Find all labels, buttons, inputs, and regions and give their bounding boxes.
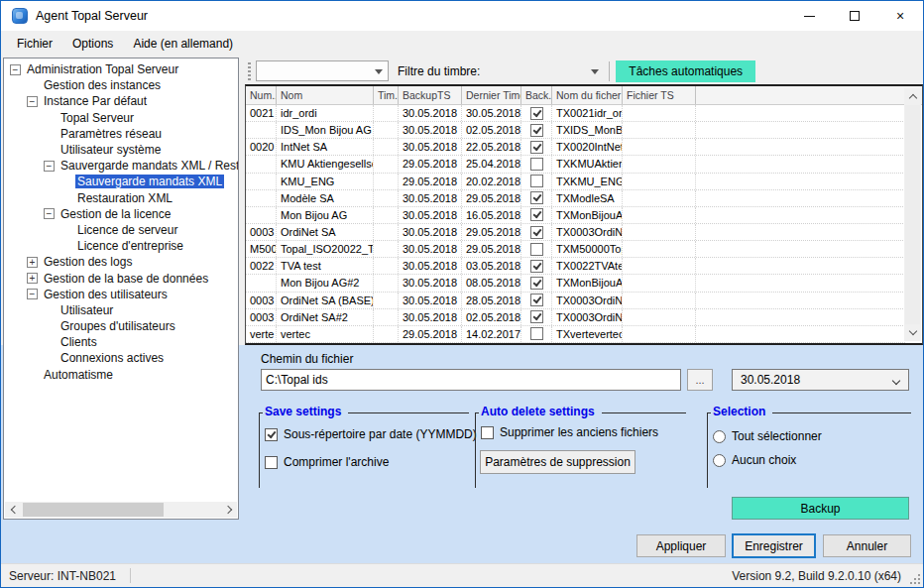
tree-item-licence-d-entreprise[interactable]: Licence d'entreprise [4,238,238,254]
table-row[interactable]: Modèle SA30.05.201829.05.2018TXModleSA [246,190,905,207]
tree-item-connexions-actives[interactable]: Connexions actives [4,350,238,366]
maximize-button[interactable] [832,1,877,31]
tree-item-param-tres-r-seau[interactable]: Paramètres réseau [4,126,238,142]
backup-checkbox[interactable] [530,208,543,221]
table-row[interactable]: 0020IntNet SA30.05.201822.05.2018TX0020I… [246,139,905,156]
table-vscrollbar[interactable] [904,88,921,341]
header-cell-nom_fichier[interactable]: Nom du ficher [552,86,623,104]
tree-item-gestion-des-utilisateurs[interactable]: −Gestion des utilisateurs [4,287,238,302]
menu-item-options[interactable]: Options [62,33,123,55]
tree-item-gestion-de-la-licence[interactable]: −Gestion de la licence [4,206,238,222]
table-row[interactable]: KMU_ENG29.05.201820.02.2018TXKMU_ENG [246,174,905,190]
tree-item-automatisme[interactable]: Automatisme [4,367,238,383]
tree-item-clients[interactable]: Clients [4,334,238,350]
tree-item-groupes-d-utilisateurs[interactable]: Groupes d'utilisateurs [4,318,238,334]
menu-item-aide-en-allemand[interactable]: Aide (en allemand) [123,33,243,55]
tree-item-utilisateur[interactable]: Utilisateur [4,302,238,318]
table-row[interactable]: 0021idr_ordi30.05.201830.05.2018TX0021id… [246,105,905,122]
tree-item-gestion-des-logs[interactable]: +Gestion des logs [4,254,238,270]
filter-combo[interactable] [484,60,605,81]
expand-icon[interactable]: + [27,257,38,268]
suppression-settings-button[interactable]: Paramètres de suppression [480,450,635,474]
header-cell-fichier_ts[interactable]: Fichier TS [623,86,696,104]
header-cell-num[interactable]: Num... [246,86,277,104]
table-row[interactable]: vertevertec29.05.201814.02.2017TXverteve… [246,326,905,343]
menu-item-fichier[interactable]: Fichier [7,33,62,55]
checkbox-sous-r-pertoire-par-date-yymmdd[interactable]: Sous-répertoire par date (YYMMDD) [265,427,477,441]
backup-checkbox[interactable] [530,191,543,204]
tree-item-gestion-des-instances[interactable]: Gestion des instances [4,77,238,93]
collapse-icon[interactable]: − [10,64,21,75]
backup-checkbox[interactable] [530,107,543,120]
backup-checkbox[interactable] [530,158,543,171]
backup-checkbox[interactable] [530,310,543,323]
table-row[interactable]: Mon Bijou AG#230.05.201808.05.2018TXMonB… [246,275,905,292]
table-row[interactable]: 0003OrdiNet SA#230.05.201802.05.2018TX00… [246,309,905,326]
table-row[interactable]: M500...Topal_ISO20022_T30.05.201829.05.2… [246,241,905,258]
backup-checkbox[interactable] [530,243,543,256]
scroll-left-button[interactable] [5,502,21,518]
resize-grip-icon[interactable] [910,574,920,584]
toolbar-combo[interactable] [256,60,389,81]
tree-item-licence-de-serveur[interactable]: Licence de serveur [4,222,238,238]
checkbox-icon[interactable] [265,428,278,441]
tree-item-administration-topal-serveur[interactable]: −Administration Topal Serveur [4,61,238,77]
table-row[interactable]: 0022TVA test30.05.201803.05.2018TX0022TV… [246,258,905,275]
backup-checkbox[interactable] [530,141,543,154]
enregistrer-button[interactable]: Enregistrer [732,533,816,558]
appliquer-button[interactable]: Appliquer [636,534,726,557]
tree-item-utilisateur-syst-me[interactable]: Utilisateur système [4,142,238,158]
backup-checkbox[interactable] [530,327,543,340]
scroll-thumb[interactable] [23,503,164,517]
toolbar-grip[interactable] [248,62,251,80]
scroll-thumb[interactable] [905,105,920,324]
path-input[interactable] [261,369,681,391]
table-row[interactable]: IDS_Mon Bijou AG30.05.201802.05.2018TXID… [246,122,905,139]
tree-item-instance-par-d-faut[interactable]: −Instance Par défaut [4,93,238,109]
date-select[interactable]: 30.05.2018 [732,369,909,391]
collapse-icon[interactable]: − [44,208,55,219]
scroll-right-button[interactable] [221,502,237,518]
scroll-down-button[interactable] [904,324,921,341]
browse-button[interactable]: ... [687,369,713,391]
backup-button[interactable]: Backup [732,497,909,520]
tree-item-gestion-de-la-base-de-donn-es[interactable]: +Gestion de la base de données [4,270,238,286]
radio-icon[interactable] [713,430,726,443]
backup-checkbox[interactable] [530,294,543,306]
table-row[interactable]: 0003OrdiNet SA30.05.201829.05.2018TX0003… [246,224,905,241]
checkbox-icon[interactable] [265,456,278,469]
checkbox-icon[interactable] [481,426,494,439]
tree-item-sauvergarde-mandats-xml-restau[interactable]: −Sauvergarde mandats XML / Restau [4,158,238,174]
header-cell-nom[interactable]: Nom [277,86,374,104]
backup-checkbox[interactable] [530,124,543,137]
tree-item-restauration-xml[interactable]: Restauration XML [4,190,238,206]
minimize-button[interactable] [786,1,832,31]
annuler-button[interactable]: Annuler [823,534,911,557]
tree-item-topal-serveur[interactable]: Topal Serveur [4,110,238,126]
backup-checkbox[interactable] [530,226,543,239]
close-button[interactable]: × [877,1,923,31]
backup-checkbox[interactable] [530,260,543,273]
collapse-icon[interactable]: − [44,161,55,172]
header-cell-backup_chk[interactable]: Back... [521,86,552,104]
header-cell-timbre[interactable]: Tim... [374,86,399,104]
table-row[interactable]: KMU Aktiengesellschaft29.05.201825.04.20… [246,156,905,173]
collapse-icon[interactable]: − [27,289,38,299]
radio-tout-s-lectionner[interactable]: Tout sélectionner [713,429,822,443]
tasks-auto-button[interactable]: Tâches automatiques [616,60,755,82]
collapse-icon[interactable]: − [27,96,38,107]
radio-aucun-choix[interactable]: Aucun choix [713,453,796,467]
table-row[interactable]: 0003OrdiNet SA (BASE)30.05.201828.05.201… [246,293,905,309]
header-cell-backup_ts[interactable]: BackupTS [399,86,462,104]
header-cell-dernier_time[interactable]: Dernier Time... [462,86,521,104]
backup-checkbox[interactable] [530,175,543,187]
checkbox-supprimer[interactable]: Supprimer les anciens fichiers [481,425,658,439]
checkbox-comprimer-l-archive[interactable]: Comprimer l'archive [265,455,389,469]
table-row[interactable]: Mon Bijou AG30.05.201816.05.2018TXMonBij… [246,207,905,224]
tree-item-sauvergarde-mandats-xml[interactable]: Sauvergarde mandats XML [4,174,238,189]
radio-icon[interactable] [713,454,726,467]
backup-checkbox[interactable] [530,277,543,290]
expand-icon[interactable]: + [27,273,38,284]
tree-hscrollbar[interactable] [5,502,237,518]
scroll-up-button[interactable] [904,88,921,105]
